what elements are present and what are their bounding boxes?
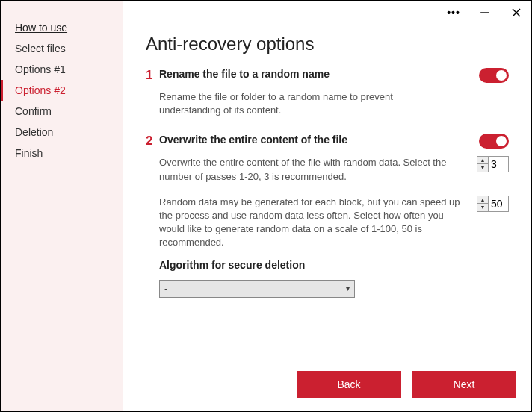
sidebar-item-options-1[interactable]: Options #1 [1,59,123,80]
section-overwrite: 2 Overwrite the entire content of the fi… [146,134,509,297]
footer: Back Next [123,360,531,411]
section-number-1: 1 [146,68,159,83]
next-button[interactable]: Next [412,371,516,398]
toggle-rename[interactable] [479,68,509,83]
freq-stepper[interactable]: ▲ ▼ 50 [477,196,509,212]
algorithm-select[interactable]: - ▾ [159,280,355,298]
toggle-overwrite[interactable] [479,134,509,149]
sidebar-item-how-to-use[interactable]: How to use [1,17,123,38]
overwrite-freq-desc: Random data may be generated for each bl… [159,196,477,250]
back-button[interactable]: Back [297,371,401,398]
close-button[interactable] [507,4,525,22]
page-title: Anti-recovery options [146,34,509,54]
app-window: How to use Select files Options #1 Optio… [0,0,532,412]
passes-up-button[interactable]: ▲ [477,157,488,164]
section-number-2: 2 [146,134,159,149]
minimize-button[interactable] [476,4,494,22]
passes-value: 3 [489,158,508,170]
section-rename: 1 Rename the file to a random name Renam… [146,68,509,117]
minimize-icon [480,7,490,18]
sidebar-item-options-2[interactable]: Options #2 [1,80,123,101]
sidebar-item-select-files[interactable]: Select files [1,38,123,59]
main-area: Anti-recovery options 1 Rename the file … [123,1,531,411]
algorithm-selected-value: - [164,283,167,294]
section-title-overwrite: Overwrite the entire content of the file [159,134,509,146]
sidebar: How to use Select files Options #1 Optio… [1,1,123,411]
overwrite-passes-desc: Overwrite the entire content of the file… [159,156,477,183]
passes-down-button[interactable]: ▼ [477,164,488,172]
chevron-down-icon: ▾ [346,284,350,293]
freq-value: 50 [489,198,508,210]
freq-up-button[interactable]: ▲ [477,196,488,204]
section-title-rename: Rename the file to a random name [159,68,509,80]
sidebar-item-deletion[interactable]: Deletion [1,122,123,143]
sidebar-item-finish[interactable]: Finish [1,143,123,163]
sidebar-item-confirm[interactable]: Confirm [1,101,123,122]
titlebar [123,1,531,25]
algorithm-label: Algorithm for secure deletion [159,259,509,271]
content: Anti-recovery options 1 Rename the file … [123,25,531,360]
section-desc-rename: Rename the file or folder to a random na… [159,90,509,117]
passes-stepper[interactable]: ▲ ▼ 3 [477,156,509,172]
close-icon [512,8,521,17]
freq-down-button[interactable]: ▼ [477,204,488,211]
more-icon[interactable] [445,4,463,22]
